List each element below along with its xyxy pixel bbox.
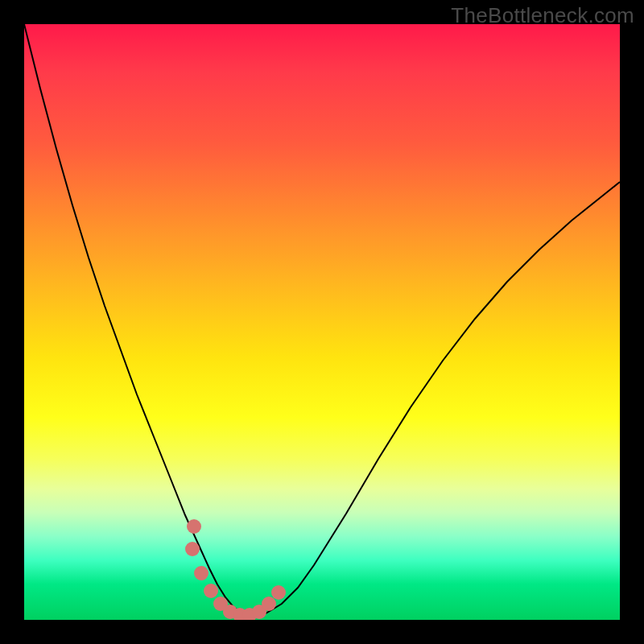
highlight-dot xyxy=(262,597,276,611)
chart-svg xyxy=(24,24,620,620)
highlight-dots xyxy=(185,519,286,620)
highlight-dot xyxy=(185,542,200,556)
highlight-dot xyxy=(194,566,208,580)
highlight-dot xyxy=(271,585,286,600)
chart-frame: TheBottleneck.com xyxy=(0,0,644,644)
highlight-dot xyxy=(204,584,218,598)
plot-area xyxy=(24,24,620,620)
watermark-text: TheBottleneck.com xyxy=(451,3,634,28)
highlight-dot xyxy=(187,519,201,534)
bottleneck-curve xyxy=(24,24,620,615)
